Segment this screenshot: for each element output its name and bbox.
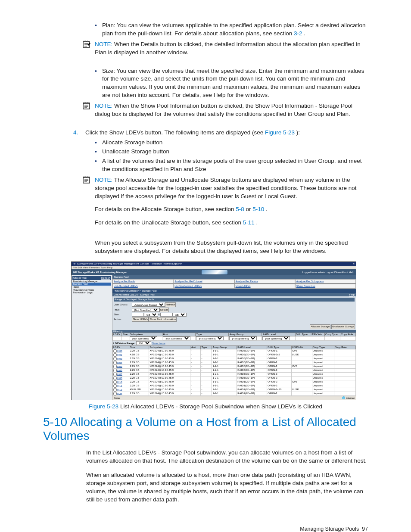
row-checkbox[interactable]: [113, 376, 117, 380]
table-row: 0:014.58 GBXP1024@10.10.45.9--1-1-1RAID5…: [113, 353, 356, 357]
row-checkbox[interactable]: [113, 392, 117, 395]
body-p2: When an allocated volume is allocated to…: [86, 471, 368, 504]
bullet-dot-icon: •: [95, 67, 97, 100]
ldev-link[interactable]: 0:06: [117, 369, 122, 371]
row-checkbox[interactable]: [113, 373, 117, 376]
col-header: Host: [190, 345, 201, 349]
note-label: NOTE:: [95, 177, 114, 183]
range-select[interactable]: 100: [136, 341, 151, 345]
show-items-link[interactable]: Show Items: [152, 342, 165, 345]
plan-text: Plan: You can view the volumes applicabl…: [102, 22, 366, 37]
tab[interactable]: Analyze Per Device: [234, 279, 295, 284]
ldev-link[interactable]: 0:10: [117, 380, 122, 383]
filter-select[interactable]: [Not Specified]: [229, 336, 257, 340]
help-link[interactable]: Help: [349, 293, 355, 296]
step4-b: Unallocate Storage button: [102, 148, 169, 156]
note-plan: NOTE: When the Details button is clicked…: [82, 40, 368, 57]
ldev-link[interactable]: 0:12: [117, 388, 122, 391]
tab[interactable]: Show Properties: [295, 284, 356, 289]
pager: LDEV/size Range: 100 Show Items: [112, 341, 356, 345]
table-header: LDEVSizeSubsystemHostTypeArray GroupRAID…: [113, 333, 356, 336]
filter-select[interactable]: [Not Specified]: [163, 336, 190, 340]
plan-select[interactable]: [Not Specified]: [132, 308, 159, 312]
ldev-link[interactable]: 0:11: [117, 384, 122, 387]
link-5-10[interactable]: 5-10: [252, 206, 266, 212]
tab[interactable]: List Allocated LDEVs: [112, 284, 173, 289]
close-icon[interactable]: ×: [353, 262, 355, 265]
row-checkbox[interactable]: [113, 369, 117, 372]
row-checkbox[interactable]: [113, 361, 117, 364]
ldev-link[interactable]: 0:08: [117, 376, 122, 379]
row-checkbox[interactable]: [113, 380, 117, 384]
col-header: Copy Role: [340, 333, 356, 336]
link-5-11[interactable]: 5-11: [243, 219, 256, 226]
filter-select[interactable]: [Not Specified]: [196, 336, 224, 340]
show-ldevs-button[interactable]: Show LDEVs: [132, 317, 149, 322]
menubar[interactable]: File Edit View Favorites Tools Help: [72, 266, 356, 270]
ldev-link[interactable]: 0:00: [117, 349, 122, 352]
size-unit-select[interactable]: GB: [144, 313, 158, 317]
nav-item[interactable]: Provisioning Plans: [72, 289, 111, 292]
filter-row: [Not Specified][Not Specified][Not Speci…: [113, 336, 356, 340]
allocate-button[interactable]: Allocate Storage: [310, 324, 330, 329]
refresh-link[interactable]: Refresh: [101, 277, 110, 280]
col-header: Size: [129, 345, 149, 349]
nav-item[interactable]: Provisioning Manager: [72, 280, 111, 283]
nav-item-selected[interactable]: Storage Pool: [72, 283, 111, 286]
show-poolinfo-button[interactable]: Show Pool Information: [149, 317, 176, 322]
tab[interactable]: List Unallocated LDEVs: [173, 284, 234, 289]
ldev-link[interactable]: 0:03: [117, 357, 122, 360]
details-button[interactable]: Details: [159, 308, 169, 312]
filter-select[interactable]: [Not Specified]: [262, 336, 290, 340]
nav-item[interactable]: Hosts: [72, 286, 111, 289]
ldev-link[interactable]: 0:24: [117, 392, 122, 395]
nav-item[interactable]: Transaction Logs: [72, 291, 111, 294]
figure-5-23: HP StorageWorks XP Provisioning Manager …: [71, 261, 368, 400]
link-figure-5-23[interactable]: Figure 5-23: [265, 129, 295, 136]
link-5-8[interactable]: 5-8: [236, 206, 246, 212]
size-min-input[interactable]: [132, 313, 144, 317]
row-checkbox[interactable]: [113, 353, 117, 357]
row-checkbox[interactable]: [113, 357, 117, 361]
filtering-label: Filtering: [112, 330, 356, 333]
user-links[interactable]: Logged in as admin Logout Close About He…: [302, 271, 354, 274]
unallocate-button[interactable]: Unallocate Storage: [331, 324, 355, 329]
table-header: LDEVSizeSubsystemHostTypeArray GroupRAID…: [113, 345, 356, 349]
size-max-input[interactable]: [160, 313, 172, 317]
table-row: 0:082.29 GBXP1024@10.10.45.9--1-2-1RAID5…: [113, 376, 356, 380]
table-row: 0:242.29 GBXP1024@10.10.45.9--1-1-1RAID1…: [113, 392, 356, 395]
bullet-dot-icon: •: [95, 148, 97, 156]
table-row: 0:002.29 GBXP1024@10.10.45.9--1-1-1RAID5…: [113, 349, 356, 353]
ldev-link[interactable]: 0:04: [117, 361, 122, 364]
step4-c: A list of the volumes that are in the st…: [102, 157, 368, 174]
refresh-button[interactable]: Refresh: [165, 302, 176, 307]
col-header: DKU Type: [295, 333, 310, 336]
note-icon: [82, 40, 91, 48]
ldev-table: LDEVSizeSubsystemHostTypeArray GroupRAID…: [112, 333, 356, 341]
tabs-row1: Analyze Per Pools Analyze Per RAID Level…: [112, 279, 356, 284]
bullet-plan: • Plan: You can view the volumes applica…: [95, 22, 368, 38]
ldev-link[interactable]: 0:07: [117, 373, 122, 375]
table-row: 0:032.29 GBXP1024@10.10.45.9--1-1-1RAID5…: [113, 357, 356, 361]
ldev-link[interactable]: 0:05: [117, 365, 122, 367]
row-checkbox[interactable]: [113, 349, 117, 353]
filter-select[interactable]: [Not Specified]: [130, 336, 157, 340]
ldev-link[interactable]: 0:01: [117, 353, 122, 356]
step-4: 4. Click the Show LDEVs button. The foll…: [73, 129, 368, 137]
note1-text: When the Details button is clicked, the …: [95, 41, 361, 56]
size-unit-select[interactable]: GB: [172, 313, 187, 317]
col-header: Copy Type: [312, 345, 334, 349]
col-header: LDEV: [113, 333, 122, 336]
tab[interactable]: Move LDEVs: [234, 284, 295, 289]
bullet-dot-icon: •: [95, 139, 97, 147]
row-checkbox[interactable]: [113, 365, 117, 368]
tab[interactable]: Analyze Per Pools: [112, 279, 173, 284]
link-3-2[interactable]: 3-2: [294, 30, 304, 37]
note-icon: [82, 102, 91, 110]
tab[interactable]: Analyze Per Subsystem: [295, 279, 356, 284]
row-checkbox[interactable]: [113, 388, 117, 392]
col-header: Array Group: [229, 333, 262, 336]
usergroup-select[interactable]: Admin(User Status): [132, 303, 165, 307]
tab[interactable]: Analyze Per RAID Level: [173, 279, 234, 284]
row-checkbox[interactable]: [113, 384, 117, 388]
